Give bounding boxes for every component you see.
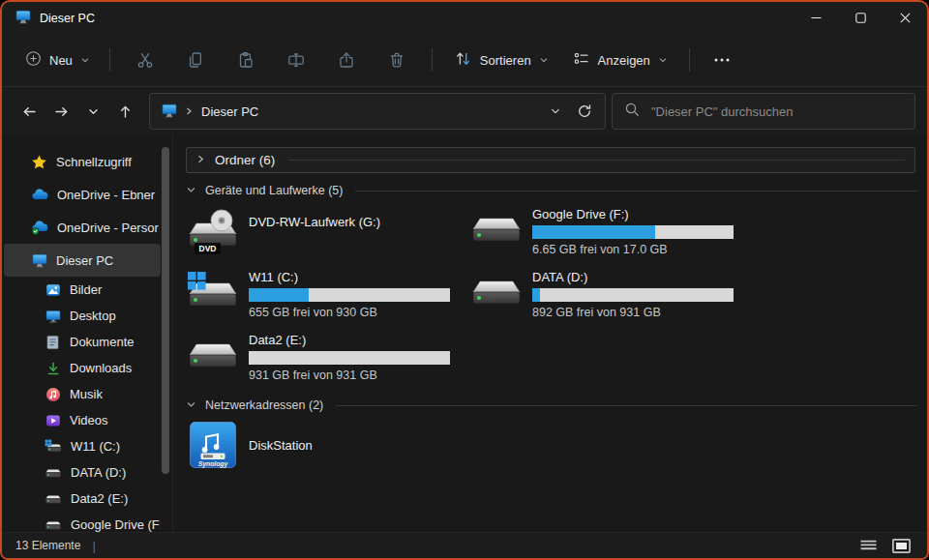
- drive-name: Data2 (E:): [249, 333, 450, 347]
- sidebar-item-schnellzugriff[interactable]: Schnellzugriff: [4, 145, 161, 178]
- sidebar-item-videos[interactable]: Videos: [4, 407, 161, 433]
- address-bar[interactable]: Dieser PC: [149, 93, 606, 130]
- search-icon: [624, 102, 640, 121]
- divider: [109, 48, 110, 72]
- sidebar-item-label: Data2 (E:): [71, 491, 128, 506]
- paste-icon[interactable]: [226, 43, 265, 77]
- star-icon: [31, 154, 47, 170]
- rename-icon[interactable]: [277, 43, 315, 77]
- drive-name: DVD-RW-Laufwerk (G:): [249, 215, 380, 229]
- large-icons-view-icon[interactable]: [888, 536, 914, 555]
- sidebar-item-bilder[interactable]: Bilder: [4, 277, 161, 303]
- sidebar-item-dokumente[interactable]: Dokumente: [4, 329, 161, 355]
- refresh-icon[interactable]: [570, 97, 599, 126]
- sidebar-item-label: Desktop: [70, 309, 116, 323]
- sidebar-item-label: OneDrive - Ebner: [57, 188, 155, 202]
- items-count: 13 Elemente: [15, 539, 80, 552]
- windows-drive-icon: [45, 439, 62, 454]
- delete-icon[interactable]: [377, 43, 416, 77]
- sidebar-item-onedrive-ebner[interactable]: OneDrive - Ebner: [4, 178, 161, 211]
- group-divider-line: [336, 405, 917, 406]
- group-header-label: Ordner (6): [215, 153, 275, 167]
- more-icon[interactable]: [705, 43, 738, 77]
- forward-icon[interactable]: [45, 96, 77, 128]
- back-icon[interactable]: [14, 96, 45, 128]
- drive-free-space: 6.65 GB frei von 17.0 GB: [532, 243, 734, 257]
- explorer-window: Dieser PC Neu: [0, 0, 929, 560]
- search-box[interactable]: [612, 93, 915, 130]
- sidebar-item-data-d[interactable]: DATA (D:): [4, 459, 161, 486]
- sidebar-item-label: OneDrive - Persor: [57, 221, 159, 235]
- sidebar-item-label: Google Drive (F:: [71, 517, 161, 532]
- share-icon[interactable]: [327, 43, 366, 77]
- chevron-down-icon: [539, 53, 549, 68]
- sidebar-item-musik[interactable]: Musik: [4, 381, 161, 407]
- drive-icon: [45, 492, 62, 505]
- sidebar-item-label: Schnellzugriff: [56, 155, 132, 169]
- sidebar-item-label: Bilder: [70, 282, 102, 297]
- this-pc-icon: [162, 103, 177, 121]
- dvd-drive-icon: DVD: [186, 202, 240, 262]
- sidebar-item-w11-c[interactable]: W11 (C:): [4, 433, 161, 459]
- sidebar-item-onedrive-personal[interactable]: OneDrive - Persor: [4, 211, 161, 244]
- sidebar-item-dieser-pc[interactable]: Dieser PC: [4, 244, 161, 277]
- view-button[interactable]: Anzeigen: [560, 42, 679, 78]
- sidebar-item-label: Dieser PC: [56, 253, 113, 268]
- group-header-drives[interactable]: Geräte und Laufwerke (5): [186, 182, 917, 199]
- chevron-down-icon: [80, 53, 90, 68]
- copy-icon[interactable]: [176, 43, 215, 77]
- downloads-icon: [45, 361, 61, 376]
- window-title: Dieser PC: [40, 12, 95, 25]
- sidebar-item-label: DATA (D:): [71, 465, 126, 480]
- network-tile-diskstation[interactable]: Synology DiskStation: [186, 420, 917, 470]
- sidebar: Schnellzugriff OneDrive - Ebner OneDrive…: [2, 135, 172, 532]
- plus-circle-icon: [25, 50, 42, 70]
- drive-tile-google-drive[interactable]: Google Drive (F:) 6.65 GB frei von 17.0 …: [469, 202, 753, 262]
- drive-name: W11 (C:): [249, 270, 450, 284]
- synology-nas-icon: Synology: [186, 422, 240, 468]
- capacity-bar: [249, 351, 450, 365]
- group-header-folders[interactable]: Ordner (6): [186, 147, 915, 173]
- address-dropdown-icon[interactable]: [541, 97, 570, 126]
- minimize-button[interactable]: [794, 2, 838, 34]
- drive-tile-data[interactable]: DATA (D:) 892 GB frei von 931 GB: [469, 265, 753, 325]
- desktop-icon: [45, 309, 61, 324]
- sort-icon: [454, 49, 472, 71]
- drive-tile-w11[interactable]: W11 (C:) 655 GB frei von 930 GB: [186, 265, 469, 325]
- capacity-bar-fill: [249, 288, 309, 302]
- close-button[interactable]: [883, 2, 927, 34]
- sort-button[interactable]: Sortieren: [442, 42, 560, 78]
- new-button[interactable]: Neu: [15, 43, 100, 77]
- drive-tile-dvd[interactable]: DVD DVD-RW-Laufwerk (G:): [186, 202, 469, 262]
- drive-tile-data2[interactable]: Data2 (E:) 931 GB frei von 931 GB: [186, 328, 469, 388]
- group-header-network[interactable]: Netzwerkadressen (2): [186, 397, 917, 414]
- details-view-icon[interactable]: [855, 536, 881, 555]
- sidebar-item-downloads[interactable]: Downloads: [4, 355, 161, 381]
- new-button-label: Neu: [49, 53, 73, 68]
- sidebar-item-label: Dokumente: [70, 335, 134, 349]
- sidebar-item-desktop[interactable]: Desktop: [4, 303, 161, 329]
- divider: [689, 48, 690, 72]
- cut-icon[interactable]: [126, 43, 165, 77]
- search-input[interactable]: [649, 103, 903, 120]
- network-item-name: DiskStation: [249, 438, 313, 453]
- drive-free-space: 931 GB frei von 931 GB: [249, 368, 450, 383]
- view-list-icon: [572, 49, 590, 71]
- onedrive-cloud-icon: [31, 188, 48, 201]
- sidebar-item-data2-e[interactable]: Data2 (E:): [4, 486, 161, 512]
- hard-drive-icon: [469, 202, 524, 262]
- status-divider: |: [92, 539, 95, 553]
- group-header-label: Netzwerkadressen (2): [205, 398, 323, 412]
- recent-locations-icon[interactable]: [77, 96, 109, 128]
- divider: [432, 48, 433, 72]
- hard-drive-icon: [186, 328, 240, 388]
- svg-text:Synology: Synology: [198, 460, 229, 468]
- sidebar-scrollbar[interactable]: [162, 147, 169, 474]
- up-icon[interactable]: [109, 96, 141, 128]
- chevron-down-icon: [658, 53, 668, 68]
- documents-icon: [45, 335, 61, 350]
- sidebar-item-google-drive-f[interactable]: Google Drive (F:: [4, 512, 161, 538]
- pictures-icon: [45, 282, 61, 298]
- maximize-button[interactable]: [838, 2, 883, 34]
- breadcrumb[interactable]: Dieser PC: [201, 104, 258, 119]
